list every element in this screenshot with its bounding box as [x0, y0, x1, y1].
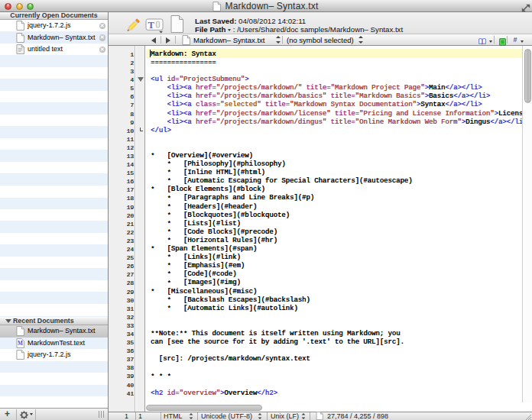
- svg-text:M: M: [18, 339, 23, 346]
- svg-text:T: T: [148, 20, 155, 31]
